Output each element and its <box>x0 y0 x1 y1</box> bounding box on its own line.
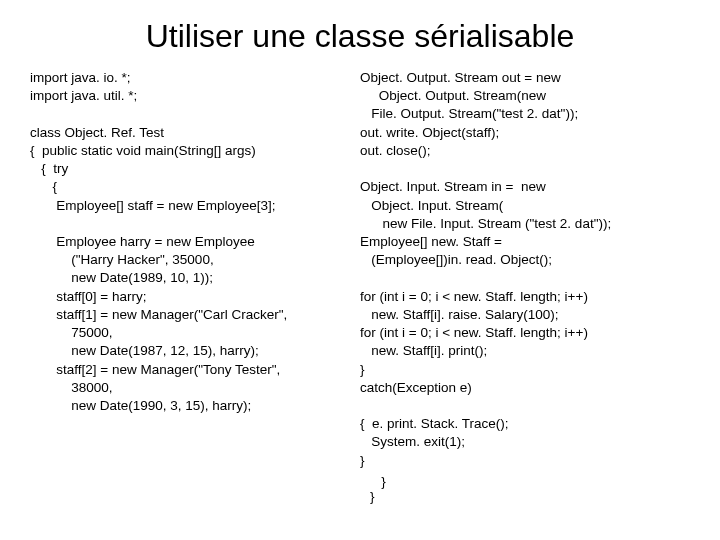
method-read-object: read. Object <box>466 252 540 267</box>
code-line: import java. io. *; <box>30 70 131 85</box>
code-line: { public static void main(String[] args) <box>30 143 256 158</box>
slide: Utiliser une classe sérialisable import … <box>0 0 720 540</box>
code-line: 75000, <box>30 325 113 340</box>
code-line: import java. util. *; <box>30 88 137 103</box>
code-line: } <box>360 453 365 468</box>
code-right-column: Object. Output. Stream out = new Object.… <box>360 69 690 470</box>
code-line: } <box>370 474 386 489</box>
code-line: { e. print. Stack. Trace(); <box>360 416 509 431</box>
code-line: new Date(1989, 10, 1)); <box>30 270 213 285</box>
method-write-object: write. Object <box>386 125 461 140</box>
code-line: (Employee[])in. <box>360 252 466 267</box>
closing-braces: } } <box>370 474 690 504</box>
code-line: (staff); <box>461 125 499 140</box>
code-line: new File. Input. Stream ("test 2. dat"))… <box>360 216 611 231</box>
code-line: new Date(1987, 12, 15), harry); <box>30 343 259 358</box>
code-line: Employee[] new. Staff = <box>360 234 502 249</box>
code-line: staff[0] = harry; <box>30 289 146 304</box>
code-line: for (int i = 0; i < new. Staff. length; … <box>360 325 588 340</box>
code-line: out. close(); <box>360 143 431 158</box>
code-line: staff[1] = new Manager("Carl Cracker", <box>30 307 287 322</box>
slide-title: Utiliser une classe sérialisable <box>30 18 690 55</box>
code-line: new Date(1990, 3, 15), harry); <box>30 398 251 413</box>
code-line: 38000, <box>30 380 113 395</box>
code-line: } <box>360 362 365 377</box>
code-line: for (int i = 0; i < new. Staff. length; … <box>360 289 588 304</box>
code-line: Object. Output. Stream(new <box>360 88 546 103</box>
code-line: catch(Exception e) <box>360 380 472 395</box>
code-line: ("Harry Hacker", 35000, <box>30 252 214 267</box>
code-line: Object. Input. Stream( <box>360 198 503 213</box>
code-line: File. Output. Stream("test 2. dat")); <box>360 106 578 121</box>
code-line: (); <box>539 252 552 267</box>
code-line: class Object. Ref. Test <box>30 125 164 140</box>
code-line: new. Staff[i]. print(); <box>360 343 487 358</box>
code-line: staff[2] = new Manager("Tony Tester", <box>30 362 280 377</box>
code-line: Employee[] staff = new Employee[3]; <box>30 198 276 213</box>
code-line: System. exit(1); <box>360 434 465 449</box>
code-columns: import java. io. *; import java. util. *… <box>30 69 690 470</box>
code-line: Object. Input. Stream in = new <box>360 179 546 194</box>
code-line: } <box>370 489 375 504</box>
code-line: out. <box>360 125 386 140</box>
code-line: { <box>30 179 57 194</box>
code-line: { try <box>30 161 68 176</box>
code-line: new. Staff[i]. raise. Salary(100); <box>360 307 559 322</box>
code-line: Object. Output. Stream out = new <box>360 70 561 85</box>
code-line: Employee harry = new Employee <box>30 234 255 249</box>
code-left-column: import java. io. *; import java. util. *… <box>30 69 340 470</box>
